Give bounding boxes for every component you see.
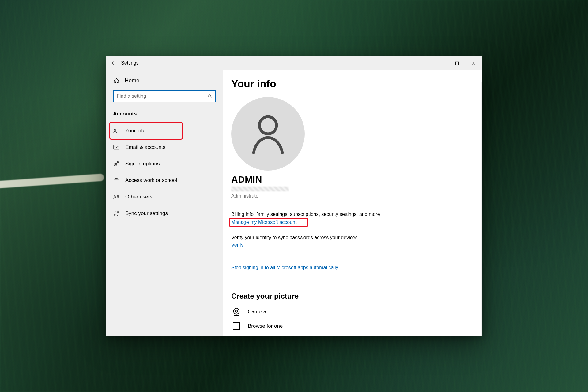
sidebar: Home Accounts	[106, 70, 223, 336]
svg-point-12	[238, 309, 239, 310]
nav-email-accounts[interactable]: Email & accounts	[106, 139, 223, 156]
decorative-stem	[0, 174, 104, 189]
camera-icon	[231, 307, 242, 316]
browse-option[interactable]: Browse for one	[231, 322, 473, 330]
avatar	[231, 97, 305, 171]
key-icon	[113, 161, 120, 167]
nav-label: Sync your settings	[125, 210, 168, 217]
verify-link[interactable]: Verify	[231, 242, 243, 248]
account-role: Administrator	[231, 193, 473, 199]
redacted-email	[231, 187, 289, 191]
search-input[interactable]	[117, 93, 207, 99]
nav-label: Access work or school	[125, 177, 177, 183]
back-arrow-icon	[110, 60, 116, 66]
nav-list: Your info Email & accounts Sign-in optio…	[106, 123, 223, 222]
nav-your-info[interactable]: Your info	[106, 123, 223, 139]
titlebar: Settings	[106, 56, 482, 70]
nav-label: Email & accounts	[125, 144, 165, 150]
minimize-button[interactable]	[432, 56, 449, 70]
people-icon	[113, 194, 120, 200]
nav-sync-settings[interactable]: Sync your settings	[106, 205, 223, 222]
nav-other-users[interactable]: Other users	[106, 189, 223, 205]
category-title: Accounts	[113, 111, 216, 117]
nav-access-work-school[interactable]: Access work or school	[106, 172, 223, 189]
home-icon	[113, 77, 120, 84]
highlight-manage-link	[229, 218, 308, 227]
camera-option[interactable]: Camera	[231, 307, 473, 316]
content-pane: Your info ADMIN Administrator Billing in…	[223, 70, 482, 336]
svg-rect-13	[233, 323, 240, 330]
search-icon	[207, 94, 212, 99]
page-heading: Your info	[231, 78, 473, 90]
svg-point-7	[115, 195, 116, 197]
nav-label: Sign-in options	[125, 161, 160, 167]
billing-description: Billing info, family settings, subscript…	[231, 212, 473, 217]
svg-point-5	[115, 164, 116, 165]
back-button[interactable]	[106, 56, 120, 70]
minimize-icon	[438, 61, 443, 65]
settings-window: Settings Home	[106, 56, 482, 336]
maximize-button[interactable]	[449, 56, 465, 70]
svg-point-8	[117, 195, 119, 196]
briefcase-icon	[113, 178, 120, 183]
svg-point-1	[208, 95, 211, 97]
verify-description: Verify your identity to sync passwords a…	[231, 235, 473, 240]
scrollbar-track[interactable]	[481, 82, 482, 336]
home-label: Home	[125, 77, 139, 84]
close-button[interactable]	[465, 56, 482, 70]
mail-icon	[113, 145, 120, 150]
person-icon	[248, 112, 288, 155]
svg-rect-0	[455, 62, 458, 65]
browse-label: Browse for one	[248, 323, 283, 329]
camera-label: Camera	[248, 309, 266, 315]
stop-signin-link[interactable]: Stop signing in to all Microsoft apps au…	[231, 265, 473, 270]
svg-point-11	[235, 310, 238, 312]
browse-icon	[231, 322, 242, 330]
username: ADMIN	[231, 174, 473, 185]
svg-point-9	[259, 117, 277, 134]
picture-heading: Create your picture	[231, 292, 473, 300]
search-input-wrap[interactable]	[113, 90, 216, 102]
home-nav[interactable]: Home	[113, 72, 216, 89]
nav-signin-options[interactable]: Sign-in options	[106, 156, 223, 172]
window-title: Settings	[121, 60, 139, 66]
sync-icon	[113, 210, 120, 217]
highlight-your-info	[109, 122, 183, 140]
close-icon	[471, 61, 476, 65]
svg-rect-3	[114, 145, 119, 149]
nav-label: Other users	[125, 194, 153, 200]
maximize-icon	[455, 61, 459, 65]
